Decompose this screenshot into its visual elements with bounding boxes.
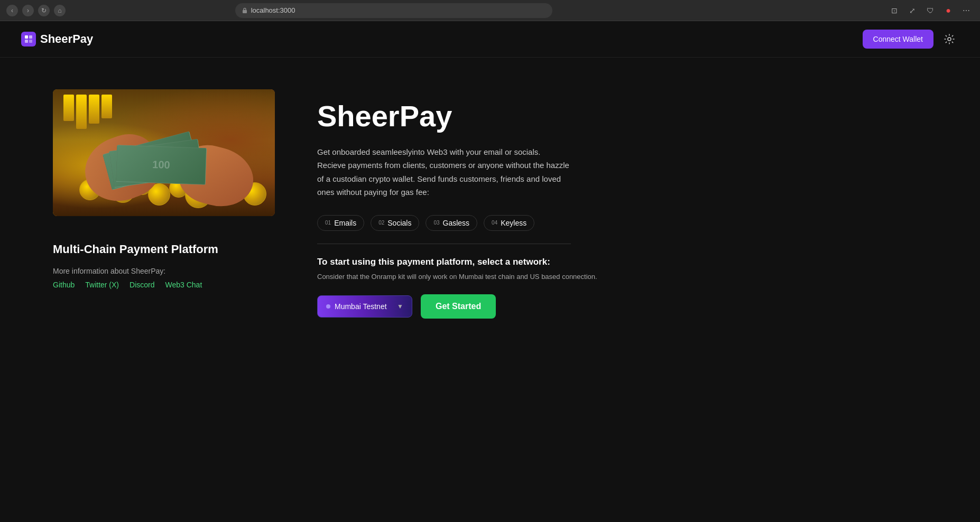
- badge-label-2: Gasless: [443, 219, 470, 227]
- browser-toolbar: ⊡ ⤢ 🛡 ● ⋯: [887, 3, 974, 18]
- badge-num-2: 03: [433, 220, 439, 226]
- gear-icon: [944, 33, 955, 45]
- right-column: SheerPay Get onboarded seamleeslyinto We…: [317, 89, 927, 319]
- gold-bars: [63, 95, 112, 129]
- selected-network-text: Mumbai Testnet: [335, 302, 387, 311]
- logo-icon: [21, 32, 36, 46]
- lock-icon: [242, 7, 248, 14]
- svg-rect-0: [243, 10, 247, 13]
- chevron-down-icon: ▼: [397, 303, 403, 310]
- address-bar[interactable]: localhost:3000: [235, 3, 552, 18]
- forward-button[interactable]: ›: [22, 5, 34, 16]
- svg-rect-4: [29, 40, 32, 43]
- reload-button[interactable]: ↻: [38, 5, 50, 16]
- svg-rect-1: [25, 35, 28, 39]
- logo-container: SheerPay: [21, 32, 93, 46]
- discord-link[interactable]: Discord: [130, 281, 154, 289]
- home-button[interactable]: ⌂: [54, 5, 66, 16]
- nav-right: Connect Wallet: [863, 30, 959, 49]
- bills-stack: 100 100 100: [95, 142, 233, 184]
- sheerpay-logo-icon: [24, 34, 33, 44]
- ext-icon-btn[interactable]: ●: [941, 3, 956, 18]
- twitter-link[interactable]: Twitter (X): [85, 281, 119, 289]
- feature-badge-emails: 01 Emails: [317, 215, 364, 231]
- browser-chrome: ‹ › ↻ ⌂ localhost:3000 ⊡ ⤢ 🛡 ● ⋯: [0, 0, 980, 21]
- url-text: localhost:3000: [251, 6, 295, 14]
- connect-wallet-button[interactable]: Connect Wallet: [863, 30, 933, 49]
- web3chat-link[interactable]: Web3 Chat: [165, 281, 202, 289]
- screen-icon-btn[interactable]: ⊡: [887, 3, 902, 18]
- divider: [317, 244, 571, 244]
- network-section-title: To start using this payment platform, se…: [317, 257, 927, 267]
- left-column: 100 100 100 Multi-Chain Payment Platform…: [53, 89, 275, 289]
- hero-image: 100 100 100: [53, 89, 275, 216]
- hero-description: Get onboarded seamleeslyinto Web3 with y…: [317, 145, 571, 199]
- more-info-label: More information about SheerPay:: [53, 267, 275, 275]
- network-section-subtitle: Consider that the Onramp kit will only w…: [317, 272, 927, 282]
- feature-badge-socials: 02 Socials: [371, 215, 419, 231]
- github-link[interactable]: Github: [53, 281, 75, 289]
- badge-label-1: Socials: [387, 219, 411, 227]
- main-content: 100 100 100 Multi-Chain Payment Platform…: [0, 58, 980, 350]
- badge-num-1: 02: [378, 220, 384, 226]
- hero-title: SheerPay: [317, 100, 927, 133]
- badge-label-0: Emails: [334, 219, 356, 227]
- shield-icon-btn[interactable]: 🛡: [923, 3, 938, 18]
- svg-point-5: [948, 38, 951, 41]
- badge-num-3: 04: [492, 220, 497, 226]
- app-container: SheerPay Connect Wallet: [0, 21, 980, 522]
- select-dot: [326, 304, 330, 309]
- social-links: Github Twitter (X) Discord Web3 Chat: [53, 281, 275, 289]
- feature-badge-gasless: 03 Gasless: [426, 215, 477, 231]
- feature-badge-keyless: 04 Keyless: [484, 215, 534, 231]
- network-controls: Mumbai Testnet ▼ Get Started: [317, 294, 927, 319]
- badge-num-0: 01: [325, 220, 331, 226]
- share-icon-btn[interactable]: ⤢: [905, 3, 920, 18]
- svg-rect-3: [25, 40, 28, 43]
- get-started-button[interactable]: Get Started: [421, 294, 496, 319]
- platform-info: Multi-Chain Payment Platform More inform…: [53, 237, 275, 289]
- menu-icon-btn[interactable]: ⋯: [959, 3, 974, 18]
- settings-button[interactable]: [940, 30, 959, 49]
- platform-title: Multi-Chain Payment Platform: [53, 243, 275, 256]
- svg-rect-2: [29, 35, 32, 39]
- feature-badges: 01 Emails 02 Socials 03 Gasless 04 Keyle…: [317, 215, 927, 231]
- network-select-wrapper: Mumbai Testnet ▼: [317, 295, 412, 318]
- back-button[interactable]: ‹: [6, 5, 18, 16]
- network-dropdown[interactable]: Mumbai Testnet ▼: [317, 295, 412, 318]
- badge-label-3: Keyless: [501, 219, 526, 227]
- navbar: SheerPay Connect Wallet: [0, 21, 980, 58]
- logo-text: SheerPay: [40, 32, 93, 46]
